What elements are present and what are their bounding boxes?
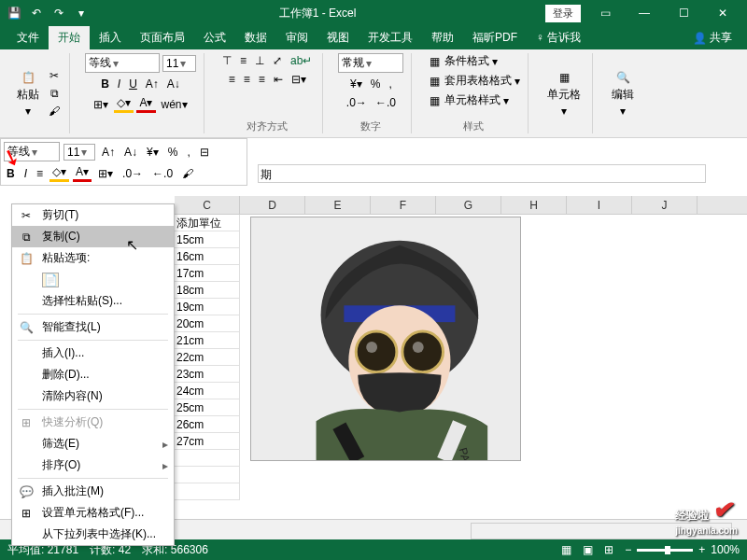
- tab-home[interactable]: 开始: [49, 26, 90, 49]
- align-mid-icon[interactable]: ≡: [237, 53, 249, 68]
- cm-sort[interactable]: 排序(O): [12, 455, 174, 476]
- view-break-icon[interactable]: ⊞: [604, 543, 613, 556]
- mini-italic-icon[interactable]: I: [21, 166, 30, 181]
- mini-percent-icon[interactable]: %: [165, 145, 181, 160]
- format-painter-icon[interactable]: 🖌: [47, 104, 62, 119]
- cell[interactable]: 23cm: [175, 366, 240, 383]
- merge-button[interactable]: ⊟▾: [289, 72, 309, 87]
- cm-clear[interactable]: 清除内容(N): [12, 385, 174, 407]
- cm-paste-values[interactable]: 📄: [12, 269, 174, 290]
- tellme[interactable]: ♀ 告诉我: [527, 26, 590, 49]
- font-name-select[interactable]: 等线▾: [85, 53, 160, 73]
- tab-insert[interactable]: 插入: [90, 26, 131, 49]
- cell[interactable]: 24cm: [175, 383, 240, 399]
- tab-file[interactable]: 文件: [7, 26, 49, 49]
- cell[interactable]: [175, 483, 240, 500]
- mini-comma-icon[interactable]: ,: [184, 145, 192, 160]
- zoom-level[interactable]: 100%: [711, 543, 740, 556]
- cell[interactable]: 27cm: [175, 433, 240, 450]
- mini-merge-icon[interactable]: ⊟: [197, 145, 212, 160]
- fill-color-button[interactable]: ◇▾: [114, 95, 134, 113]
- save-icon[interactable]: 💾: [6, 5, 22, 21]
- dec-decimal-icon[interactable]: ←.0: [373, 95, 399, 110]
- indent-dec-icon[interactable]: ⇤: [271, 72, 286, 87]
- embedded-image[interactable]: PA: [250, 217, 521, 461]
- minimize-icon[interactable]: —: [626, 2, 663, 24]
- ribbon-options-icon[interactable]: ▭: [586, 2, 624, 24]
- mini-size-select[interactable]: 11▾: [63, 144, 95, 161]
- cond-format-button[interactable]: ▦条件格式▾: [427, 53, 498, 69]
- number-format-select[interactable]: 常规▾: [338, 53, 403, 73]
- cell[interactable]: 15cm: [175, 231, 240, 248]
- tab-review[interactable]: 审阅: [276, 26, 317, 49]
- tab-layout[interactable]: 页面布局: [131, 26, 194, 49]
- align-right-icon[interactable]: ≡: [256, 72, 268, 87]
- tab-data[interactable]: 数据: [235, 26, 276, 49]
- mini-currency-icon[interactable]: ¥▾: [144, 145, 162, 160]
- cell[interactable]: 19cm: [175, 299, 240, 315]
- redo-icon[interactable]: ↷: [50, 5, 67, 21]
- tab-view[interactable]: 视图: [317, 26, 359, 49]
- cell[interactable]: 添加單位: [175, 215, 240, 231]
- cell-style-button[interactable]: ▦单元格样式▾: [427, 92, 509, 108]
- copy-icon[interactable]: ⧉: [47, 86, 62, 101]
- mini-grow-icon[interactable]: A↑: [99, 145, 118, 160]
- share-button[interactable]: 👤共享: [685, 26, 740, 49]
- align-center-icon[interactable]: ≡: [241, 72, 253, 87]
- table-format-button[interactable]: ▦套用表格格式▾: [427, 73, 520, 89]
- cm-smart-lookup[interactable]: 🔍智能查找(L): [12, 316, 174, 338]
- comma-icon[interactable]: ,: [386, 77, 394, 91]
- mini-decdec-icon[interactable]: ←.0: [149, 166, 176, 181]
- tab-formula[interactable]: 公式: [194, 26, 235, 49]
- cm-filter[interactable]: 筛选(E): [12, 433, 174, 455]
- col-header[interactable]: I: [567, 196, 632, 214]
- cm-copy[interactable]: ⧉复制(C): [12, 226, 174, 247]
- tab-help[interactable]: 帮助: [422, 26, 463, 49]
- cm-comment[interactable]: 💬插入批注(M): [12, 481, 174, 502]
- cell[interactable]: 22cm: [175, 349, 240, 366]
- editing-button[interactable]: 🔍编辑▾: [608, 68, 638, 119]
- currency-icon[interactable]: ¥▾: [347, 77, 365, 91]
- cell[interactable]: [175, 450, 240, 467]
- col-header[interactable]: F: [371, 196, 436, 214]
- cell[interactable]: 25cm: [175, 399, 240, 416]
- undo-icon[interactable]: ↶: [28, 5, 45, 21]
- cm-insert[interactable]: 插入(I)...: [12, 343, 174, 364]
- formula-bar[interactable]: 期: [258, 164, 706, 183]
- percent-icon[interactable]: %: [368, 77, 384, 91]
- italic-button[interactable]: I: [115, 77, 123, 91]
- font-color-button[interactable]: A▾: [136, 95, 155, 113]
- zoom-out-icon[interactable]: −: [625, 543, 631, 556]
- cm-delete[interactable]: 删除(D)...: [12, 364, 174, 385]
- cm-dropdown-pick[interactable]: 从下拉列表中选择(K)...: [12, 524, 174, 545]
- col-header[interactable]: H: [501, 196, 567, 214]
- cell[interactable]: 16cm: [175, 248, 240, 265]
- col-header[interactable]: E: [305, 196, 371, 214]
- bold-button[interactable]: B: [98, 77, 112, 91]
- cell[interactable]: [175, 467, 240, 483]
- mini-painter-icon[interactable]: 🖌: [179, 166, 196, 181]
- view-layout-icon[interactable]: ▣: [583, 543, 593, 556]
- mini-border-icon[interactable]: ⊞▾: [95, 166, 116, 181]
- login-button[interactable]: 登录: [545, 5, 581, 22]
- cm-paste-special[interactable]: 选择性粘贴(S)...: [12, 290, 174, 312]
- mini-align-icon[interactable]: ≡: [34, 166, 46, 181]
- qat-more-icon[interactable]: ▾: [73, 5, 90, 21]
- close-icon[interactable]: ✕: [704, 2, 741, 24]
- cell[interactable]: 17cm: [175, 265, 240, 282]
- align-top-icon[interactable]: ⊤: [219, 53, 234, 68]
- col-header[interactable]: C: [175, 196, 240, 214]
- cell[interactable]: 26cm: [175, 416, 240, 433]
- maximize-icon[interactable]: ☐: [665, 2, 702, 24]
- cm-format-cells[interactable]: ⊞设置单元格格式(F)...: [12, 502, 174, 524]
- cell[interactable]: 20cm: [175, 315, 240, 332]
- cm-cut[interactable]: ✂剪切(T): [12, 204, 174, 226]
- col-header[interactable]: G: [436, 196, 501, 214]
- zoom-in-icon[interactable]: +: [698, 543, 705, 556]
- font-shrink-icon[interactable]: A↓: [164, 77, 183, 91]
- wrap-text-icon[interactable]: ab↵: [288, 53, 315, 68]
- col-header[interactable]: D: [240, 196, 305, 214]
- align-left-icon[interactable]: ≡: [226, 72, 238, 87]
- mini-shrink-icon[interactable]: A↓: [121, 145, 140, 160]
- mini-incdec-icon[interactable]: .0→: [120, 166, 146, 181]
